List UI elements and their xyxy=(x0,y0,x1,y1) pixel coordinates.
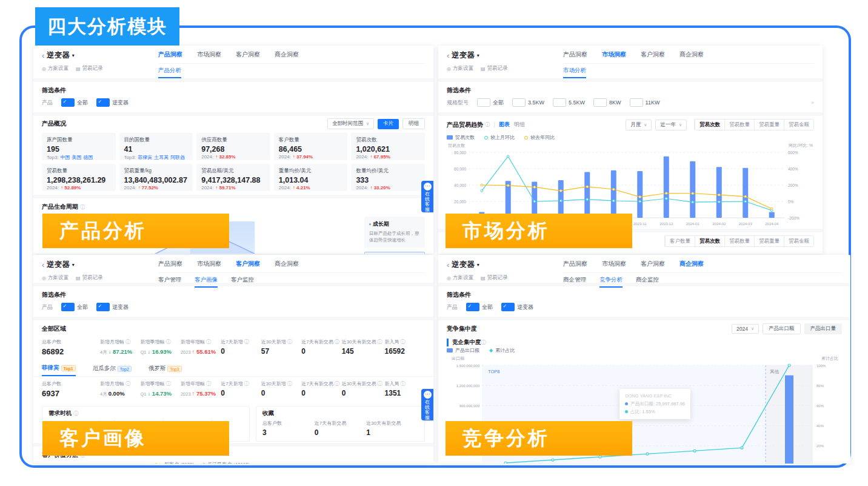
trend-metric-button[interactable]: 贸易数量 xyxy=(724,120,754,130)
scheme-settings-button[interactable]: ◎方案设置 xyxy=(42,65,68,72)
product-selector[interactable]: 逆变器 xyxy=(47,260,70,270)
trend-metric-button[interactable]: 贸易金额 xyxy=(784,120,813,130)
insight-tab[interactable]: 市场洞察 xyxy=(602,50,626,59)
filter-checkbox[interactable]: 5.5KW xyxy=(553,98,585,107)
year-select[interactable]: 2024∨ xyxy=(732,324,759,334)
panel-header: ‹ 逆变器 ▾ ◎方案设置 ▤贸易记录 产品洞察市场洞察客户洞察商企洞察 市场分… xyxy=(438,46,823,78)
expand-icon[interactable]: » xyxy=(811,100,814,106)
country-tab[interactable]: 菲律宾Top1 xyxy=(42,364,76,376)
svg-text:1,200,000,000: 1,200,000,000 xyxy=(456,384,480,388)
filter-checkbox[interactable]: 8KW xyxy=(593,98,621,107)
chat-bubble-icon: ⋯ xyxy=(424,183,432,191)
stat-card-value: 13,840,483,002.87 xyxy=(124,176,189,184)
top-country-link[interactable]: 菲律宾 xyxy=(138,155,152,160)
top-country-link[interactable]: 土耳其 xyxy=(154,155,169,160)
insight-tab[interactable]: 商企洞察 xyxy=(679,50,704,59)
view-detail-button[interactable]: 明细 xyxy=(402,118,425,129)
filter-checkbox[interactable]: 3.5KW xyxy=(512,98,544,107)
time-range-select[interactable]: 全部时间范围∨ xyxy=(327,118,374,129)
insight-tab[interactable]: 商企洞察 xyxy=(679,260,704,268)
scheme-settings-button[interactable]: ◎方案设置 xyxy=(42,274,68,282)
filter-checkbox[interactable]: 逆变器 xyxy=(501,303,533,311)
trend-metric-button[interactable]: 贸易次数 xyxy=(695,120,724,130)
view-card-button[interactable]: 卡片 xyxy=(378,119,399,129)
insight-tab[interactable]: 商企洞察 xyxy=(275,260,299,268)
insight-tab[interactable]: 客户洞察 xyxy=(641,260,665,268)
filter-checkbox[interactable]: 全部 xyxy=(61,98,88,107)
back-icon[interactable]: ‹ xyxy=(447,262,449,268)
lifecycle-stage-card[interactable]: 成熟期 目标产品处于成熟期，整体趋势呈平稳增长 xyxy=(364,252,425,254)
dist-metric-button[interactable]: 贸易次数 xyxy=(695,236,724,246)
scheme-settings-button[interactable]: ◎方案设置 xyxy=(447,274,473,282)
overlay-label-market: 市场分析 xyxy=(446,214,632,248)
country-tab[interactable]: 俄罗斯Top3 xyxy=(149,364,182,376)
product-selector[interactable]: 逆变器 xyxy=(452,50,475,61)
sub-tab[interactable]: 产品分析 xyxy=(158,67,181,78)
trade-records-button[interactable]: ▤贸易记录 xyxy=(76,274,103,282)
export-volume-button[interactable]: 产品出口量 xyxy=(804,323,843,334)
insight-tab[interactable]: 客户洞察 xyxy=(641,50,665,59)
customer-stat: 新入局ⓘ 16592 xyxy=(385,339,425,356)
top-country-link[interactable]: 阿联酋 xyxy=(170,155,185,160)
dist-metric-button[interactable]: 贸易数量 xyxy=(724,236,754,246)
top-country-links: 中国美国德国 xyxy=(61,155,95,160)
top-country-link[interactable]: 德国 xyxy=(84,155,93,160)
sub-tab[interactable]: 市场分析 xyxy=(563,67,586,78)
filter-checkbox[interactable]: 逆变器 xyxy=(96,303,129,311)
insight-tab[interactable]: 市场洞察 xyxy=(602,260,626,268)
legend-yoy[interactable]: 较去年同比 xyxy=(524,134,555,141)
back-icon[interactable]: ‹ xyxy=(447,53,449,59)
period-select[interactable]: 近一年∨ xyxy=(655,120,687,130)
legend-export-amount[interactable]: 产品出口额 xyxy=(447,347,479,354)
insight-tab[interactable]: 产品洞察 xyxy=(158,50,182,59)
insight-tab[interactable]: 客户洞察 xyxy=(236,260,260,268)
filter-checkbox[interactable]: 11KW xyxy=(630,98,660,107)
chevron-down-icon: ∨ xyxy=(751,326,754,331)
insight-tab[interactable]: 商企洞察 xyxy=(275,50,299,59)
legend-trade-count[interactable]: 贸易次数 xyxy=(447,134,475,141)
back-icon[interactable]: ‹ xyxy=(42,262,44,268)
top-country-link[interactable]: 美国 xyxy=(72,155,82,160)
concentration-header: 竞争集中度 2024∨ 产品出口额 产品出口量 xyxy=(438,320,850,337)
product-selector[interactable]: 逆变器 xyxy=(47,50,70,61)
insight-tab[interactable]: 产品洞察 xyxy=(563,50,587,59)
lifecycle-stage-card[interactable]: 成长期 目标产品处于成长期，整体趋势呈快速增长 xyxy=(364,217,425,248)
filter-checkbox[interactable]: 全部 xyxy=(477,98,504,107)
trade-records-button[interactable]: ▤贸易记录 xyxy=(76,65,103,72)
settings-icon: ◎ xyxy=(42,66,46,72)
scheme-settings-button[interactable]: ◎方案设置 xyxy=(447,65,473,72)
back-icon[interactable]: ‹ xyxy=(42,53,44,59)
insight-tab[interactable]: 市场洞察 xyxy=(197,50,221,59)
online-service-button[interactable]: ⋯ 在线客服 xyxy=(421,181,433,212)
insight-tab[interactable]: 市场洞察 xyxy=(197,260,221,268)
insight-tab[interactable]: 产品洞察 xyxy=(158,260,182,268)
legend-item[interactable]: 一般客户 (2625) xyxy=(155,461,194,464)
insight-tab[interactable]: 产品洞察 xyxy=(563,260,587,268)
dist-metric-button[interactable]: 客户数量 xyxy=(665,236,695,246)
checkbox-icon xyxy=(96,303,110,311)
dist-metric-button[interactable]: 贸易重量 xyxy=(754,236,784,246)
view-chart-toggle[interactable]: 图表 xyxy=(499,121,510,129)
filter-checkbox[interactable]: 全部 xyxy=(61,303,88,311)
top-country-link[interactable]: 中国 xyxy=(61,155,70,160)
insight-tab[interactable]: 客户洞察 xyxy=(236,50,260,59)
filter-checkbox[interactable]: 逆变器 xyxy=(96,98,129,107)
stat-delta: ↑ 67.95% xyxy=(370,154,390,160)
view-detail-toggle[interactable]: 明细 xyxy=(514,121,525,129)
dist-content: 进口Top10国家/地区 贸易次数 60,000 xyxy=(438,250,823,254)
trend-metric-button[interactable]: 贸易重量 xyxy=(754,120,784,130)
product-selector[interactable]: 逆变器 xyxy=(452,260,475,270)
granularity-select[interactable]: 月度∨ xyxy=(626,120,652,130)
filter-checkbox[interactable]: 全部 xyxy=(466,303,493,311)
country-tab[interactable]: 厄瓜多尔Top2 xyxy=(93,364,132,376)
dist-metric-button[interactable]: 贸易金额 xyxy=(784,236,813,246)
customer-stat: 近7天新增ⓘ 0 xyxy=(221,380,261,398)
legend-mom[interactable]: 较上月环比 xyxy=(484,134,515,141)
trade-records-button[interactable]: ▤贸易记录 xyxy=(481,274,508,282)
trade-records-button[interactable]: ▤贸易记录 xyxy=(481,65,508,72)
sub-tabs: 市场分析 xyxy=(563,67,814,78)
export-amount-button[interactable]: 产品出口额 xyxy=(763,323,801,334)
legend-cumulative[interactable]: ◆累计占比 xyxy=(489,347,515,354)
legend-item[interactable]: 低活跃客户 (48662) xyxy=(202,461,250,464)
online-service-button[interactable]: ⋯ 在线客服 xyxy=(421,389,433,420)
